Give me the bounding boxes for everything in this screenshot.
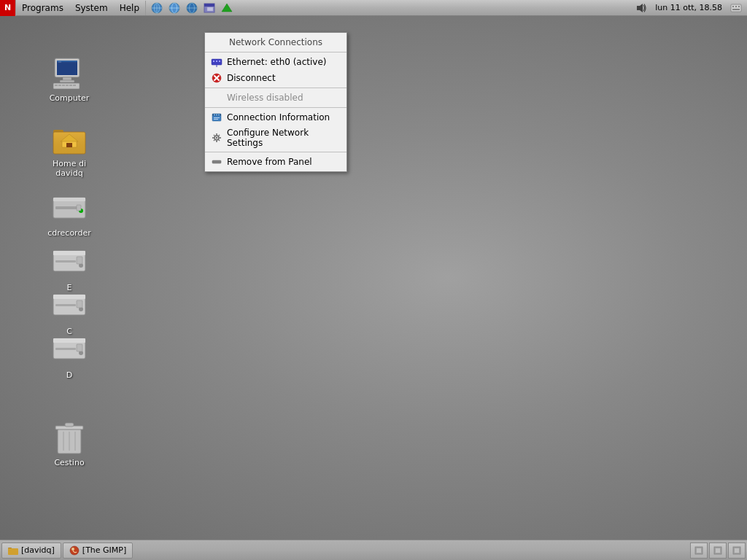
taskbar-gimp-icon [69, 545, 80, 556]
svg-marker-14 [637, 4, 643, 12]
disconnect-icon [211, 72, 222, 84]
taskbar-applet-3[interactable] [728, 542, 746, 559]
svg-rect-21 [738, 9, 740, 10]
svg-point-96 [71, 548, 74, 551]
desktop-icon-cestino[interactable]: Cestino [40, 417, 98, 470]
wireless-label: Wireless disabled [227, 93, 303, 103]
panel-clock[interactable]: lun 11 ott, 18.58 [652, 3, 725, 12]
desktop-icon-cdrecorder[interactable]: cdrecorder [40, 187, 98, 241]
system-menu[interactable]: System [69, 0, 114, 16]
bottom-panel: [davidq] [The GIMP] [0, 540, 747, 560]
globe2-icon[interactable] [166, 1, 182, 15]
svg-rect-27 [60, 80, 74, 82]
svg-point-95 [70, 546, 79, 555]
svg-rect-58 [55, 348, 76, 350]
svg-rect-34 [73, 85, 76, 86]
programs-menu[interactable]: Programs [16, 0, 69, 16]
panel-right: lun 11 ott, 18.58 [635, 0, 747, 16]
desktop-icon-drive-d[interactable]: D [40, 330, 98, 383]
svg-rect-42 [53, 198, 85, 201]
menu-item-conn-info[interactable]: Connection Information [205, 109, 347, 125]
svg-rect-80 [214, 117, 220, 118]
context-menu: Network Connections Ethernet: eth0 (acti… [204, 32, 347, 172]
applet1-icon [694, 545, 704, 556]
taskbar-davidq-label: [davidq] [21, 545, 55, 555]
svg-point-78 [216, 114, 217, 116]
svg-rect-20 [734, 9, 738, 10]
svg-rect-26 [63, 77, 71, 80]
volume-icon[interactable] [635, 1, 648, 15]
configure-icon [211, 132, 222, 144]
bird-icon[interactable] [219, 1, 235, 15]
svg-rect-66 [65, 423, 74, 427]
menu-separator-1 [205, 52, 347, 52]
svg-rect-94 [8, 548, 18, 555]
svg-rect-47 [53, 251, 85, 255]
svg-point-83 [216, 137, 217, 139]
applet3-icon [732, 545, 742, 556]
svg-rect-55 [77, 300, 82, 308]
applet2-icon [713, 545, 723, 556]
svg-rect-69 [216, 61, 217, 62]
menu-separator-3 [205, 107, 347, 108]
computer-icon [52, 55, 87, 90]
menu-separator-4 [205, 152, 347, 152]
menu-item-ethernet[interactable]: Ethernet: eth0 (active) [205, 54, 347, 70]
remove-icon [211, 156, 222, 168]
menu-item-configure[interactable]: Configure Network Settings [205, 125, 347, 150]
desktop: Computer Home d [0, 16, 747, 540]
svg-rect-98 [697, 548, 701, 553]
svg-rect-102 [735, 548, 739, 553]
svg-point-77 [214, 114, 215, 116]
desktop-icon-home[interactable]: Home di davidq [40, 118, 98, 181]
svg-line-91 [214, 140, 214, 141]
menu-header: Network Connections [205, 34, 347, 50]
computer-label: Computer [50, 93, 90, 103]
globe3-icon[interactable] [184, 1, 200, 15]
globe1-icon[interactable] [149, 1, 165, 15]
menu-item-wireless: Wireless disabled [205, 90, 347, 106]
svg-rect-45 [77, 205, 81, 211]
taskbar-item-gimp[interactable]: [The GIMP] [63, 542, 133, 559]
remove-label: Remove from Panel [227, 157, 312, 167]
menu-separator-2 [205, 88, 347, 88]
home-label: Home di davidq [43, 159, 96, 178]
svg-rect-70 [219, 61, 220, 62]
svg-rect-92 [212, 160, 221, 163]
taskbar-item-davidq[interactable]: [davidq] [1, 542, 61, 559]
svg-line-89 [219, 140, 220, 141]
svg-rect-43 [55, 206, 77, 209]
taskbar-folder-icon [8, 546, 18, 555]
configure-label: Configure Network Settings [227, 128, 341, 148]
conn-info-icon [211, 112, 222, 123]
svg-rect-100 [716, 548, 720, 553]
cdrecorder-icon [52, 190, 87, 225]
svg-line-90 [219, 135, 220, 136]
taskbar-applets [690, 542, 746, 559]
desktop-icon-computer[interactable]: Computer [40, 52, 98, 106]
svg-rect-53 [55, 304, 76, 306]
svg-rect-30 [58, 85, 61, 86]
window-icon[interactable] [201, 1, 217, 15]
keyboard-icon[interactable] [729, 1, 743, 15]
svg-marker-13 [222, 4, 232, 12]
svg-rect-11 [204, 4, 214, 7]
ethernet-icon [211, 56, 222, 68]
panel-left: N Programs System Help [0, 0, 238, 15]
menu-item-remove[interactable]: Remove from Panel [205, 154, 347, 170]
taskbar-applet-2[interactable] [709, 542, 727, 559]
svg-rect-17 [735, 6, 737, 7]
svg-rect-50 [77, 257, 82, 264]
svg-rect-40 [66, 143, 72, 147]
svg-rect-48 [55, 260, 76, 262]
menu-item-disconnect[interactable]: Disconnect [205, 70, 347, 86]
taskbar-gimp-label: [The GIMP] [82, 545, 126, 555]
svg-rect-12 [207, 7, 213, 11]
taskbar-applet-1[interactable] [690, 542, 708, 559]
svg-rect-31 [62, 85, 65, 86]
help-menu[interactable]: Help [114, 0, 145, 16]
cestino-label: Cestino [54, 458, 84, 467]
disconnect-label: Disconnect [227, 73, 276, 83]
svg-rect-33 [69, 85, 72, 86]
panel-logo[interactable]: N [0, 0, 16, 16]
